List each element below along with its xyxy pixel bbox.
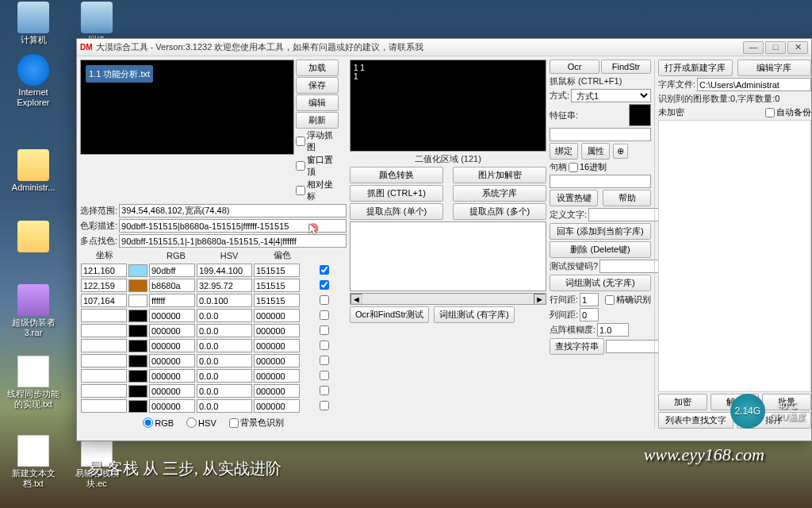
- coord-input[interactable]: [81, 294, 127, 307]
- findlist-button[interactable]: 列表中查找文字: [658, 412, 733, 429]
- rgb-input[interactable]: [149, 324, 195, 337]
- offset-input[interactable]: [254, 264, 300, 277]
- row-check[interactable]: [301, 265, 347, 275]
- attr-button[interactable]: 属性: [581, 143, 610, 160]
- hsv-input[interactable]: [197, 264, 252, 277]
- wordgroup-test2-button[interactable]: 词组测试 (无字库): [550, 275, 651, 291]
- edit-button[interactable]: 编辑: [296, 94, 339, 111]
- coord-input[interactable]: [81, 279, 127, 292]
- feature-input[interactable]: [550, 128, 651, 141]
- row-check[interactable]: [301, 325, 347, 335]
- row-check[interactable]: [301, 386, 347, 395]
- findchar-button[interactable]: 查找字符串: [550, 338, 604, 355]
- hsv-input[interactable]: [197, 309, 252, 322]
- fontlib-list[interactable]: [658, 120, 811, 392]
- row-check[interactable]: [301, 310, 347, 320]
- relative-coord-check[interactable]: 相对坐标: [296, 179, 339, 202]
- blur-input[interactable]: [597, 323, 629, 337]
- coord-input[interactable]: [81, 384, 127, 398]
- coord-input[interactable]: [81, 339, 127, 352]
- findstr-button[interactable]: FindStr: [601, 60, 651, 74]
- close-button[interactable]: ✕: [787, 41, 808, 54]
- desktop-icon[interactable]: 线程同步功能的实现.txt: [5, 356, 62, 410]
- extract-single-button[interactable]: 提取点阵 (单个): [350, 203, 443, 220]
- load-button[interactable]: 加载: [296, 60, 339, 76]
- row-check[interactable]: [301, 401, 347, 410]
- bgcolor-check[interactable]: 背景色识别: [229, 417, 284, 429]
- row-check[interactable]: [301, 280, 347, 290]
- enter-add-button[interactable]: 回车 (添加到当前字库): [550, 223, 651, 240]
- open-fontlib-button[interactable]: 打开或新建字库: [658, 60, 733, 76]
- extract-multi-button[interactable]: 提取点阵 (多个): [453, 203, 546, 220]
- rgb-input[interactable]: [149, 354, 195, 368]
- color-convert-button[interactable]: 颜色转换: [350, 167, 443, 183]
- hsv-input[interactable]: [197, 384, 252, 398]
- offset-input[interactable]: [254, 384, 300, 398]
- coord-input[interactable]: [81, 264, 127, 277]
- offset-input[interactable]: [254, 324, 300, 337]
- offset-input[interactable]: [254, 339, 300, 352]
- row-check[interactable]: [301, 295, 347, 305]
- coord-input[interactable]: [81, 324, 127, 337]
- hsv-input[interactable]: [197, 369, 252, 383]
- colgap-input[interactable]: [580, 308, 599, 321]
- hsv-radio[interactable]: HSV: [186, 418, 216, 428]
- coord-input[interactable]: [81, 354, 127, 368]
- sys-fontlib-button[interactable]: 系统字库: [453, 185, 546, 202]
- topmost-check[interactable]: 窗口置顶: [296, 154, 339, 178]
- offset-input[interactable]: [254, 309, 300, 322]
- row-check[interactable]: [301, 371, 347, 380]
- bind-button[interactable]: 绑定: [550, 143, 578, 160]
- rgb-input[interactable]: [149, 309, 195, 322]
- row-check[interactable]: [301, 356, 347, 365]
- offset-input[interactable]: [254, 399, 300, 413]
- precise-check[interactable]: 精确识别: [605, 294, 651, 306]
- libfile-input[interactable]: [697, 78, 811, 91]
- offset-input[interactable]: [254, 354, 300, 368]
- float-capture-check[interactable]: 浮动抓图: [296, 129, 339, 153]
- capture-button[interactable]: 抓图 (CTRL+1): [350, 185, 443, 202]
- offset-input[interactable]: [254, 369, 300, 383]
- offset-input[interactable]: [254, 294, 300, 307]
- mode-select[interactable]: 方式1: [571, 89, 651, 102]
- ocr-test-button[interactable]: Ocr和FindStr测试: [350, 306, 429, 323]
- rgb-input[interactable]: [149, 264, 195, 277]
- hsv-input[interactable]: [197, 399, 252, 413]
- h-scrollbar[interactable]: ◄►: [350, 293, 546, 305]
- coord-input[interactable]: [81, 309, 127, 322]
- row-check[interactable]: [301, 341, 347, 350]
- hsv-input[interactable]: [197, 279, 252, 292]
- minimize-button[interactable]: —: [743, 41, 764, 54]
- titlebar[interactable]: DM 大漠综合工具 - Verson:3.1232 欢迎您使用本工具，如果有问题…: [77, 39, 811, 56]
- decrypt-img-button[interactable]: 图片加解密: [453, 167, 546, 183]
- rgb-input[interactable]: [149, 339, 195, 352]
- coord-input[interactable]: [81, 369, 127, 383]
- edit-fontlib-button[interactable]: 编辑字库: [737, 60, 812, 76]
- hsv-input[interactable]: [197, 324, 252, 337]
- rgb-input[interactable]: [149, 369, 195, 383]
- ocr-button[interactable]: Ocr: [550, 60, 599, 74]
- rgb-radio[interactable]: RGB: [143, 418, 174, 428]
- desktop-icon[interactable]: [5, 221, 62, 254]
- wordgroup-test1-button[interactable]: 词组测试 (有字库): [434, 306, 514, 323]
- rgb-input[interactable]: [149, 399, 195, 413]
- colordesc-input[interactable]: [119, 219, 347, 233]
- desktop-icon[interactable]: 超级伪装者3.rar: [5, 284, 62, 338]
- rgb-input[interactable]: [149, 279, 195, 292]
- delete-button[interactable]: 删除 (Delete键): [550, 241, 651, 258]
- desktop-icon[interactable]: Administr...: [5, 149, 62, 193]
- desktop-icon[interactable]: 新建文本文档.txt: [5, 435, 62, 489]
- range-input[interactable]: [119, 204, 347, 217]
- rowgap-input[interactable]: [580, 293, 599, 306]
- hsv-input[interactable]: [197, 339, 252, 352]
- target-icon[interactable]: ⊕: [613, 144, 628, 159]
- hsv-input[interactable]: [197, 294, 252, 307]
- desktop-icon[interactable]: Internet Explorer: [5, 54, 62, 108]
- offset-input[interactable]: [254, 279, 300, 292]
- maximize-button[interactable]: □: [765, 41, 786, 54]
- rgb-input[interactable]: [149, 294, 195, 307]
- hsv-input[interactable]: [197, 354, 252, 368]
- hotkey-button[interactable]: 设置热键: [550, 190, 598, 206]
- rgb-input[interactable]: [149, 384, 195, 398]
- desktop-icon[interactable]: 计算机: [5, 2, 62, 45]
